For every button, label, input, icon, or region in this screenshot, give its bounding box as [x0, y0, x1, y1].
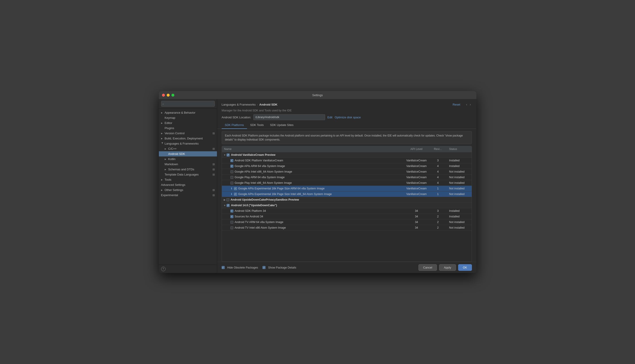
- sidebar-item-plugins[interactable]: Plugins: [159, 126, 217, 131]
- show-package-checkbox[interactable]: [262, 266, 265, 269]
- row-checkbox[interactable]: [234, 193, 237, 196]
- row-status: Not installed: [447, 186, 472, 192]
- search-input[interactable]: [161, 101, 215, 107]
- sidebar-item-markdown[interactable]: Markdown ▤: [159, 162, 217, 167]
- sidebar-item-experimental[interactable]: Experimental ▤: [159, 192, 217, 198]
- sidebar-item-other[interactable]: ▶ Other Settings ▤: [159, 188, 217, 192]
- col-status: Status: [447, 146, 472, 152]
- sdk-table-wrapper: Name API Level Revi... Status: [222, 146, 472, 262]
- sidebar-item-version-control[interactable]: ▶ Version Control ▤: [159, 131, 217, 136]
- table-row: Google APIs Intel x86_64 Atom System Ima…: [222, 169, 472, 174]
- row-checkbox[interactable]: [230, 165, 233, 168]
- sdk-location-input[interactable]: [253, 114, 325, 120]
- row-status: [447, 202, 472, 208]
- row-name-cell: Android TV ARM 64 v8a System Image: [222, 220, 404, 225]
- edit-button[interactable]: Edit: [327, 116, 332, 119]
- settings-icon: ▤: [212, 168, 215, 171]
- sidebar-item-editor[interactable]: ▶ Editor: [159, 120, 217, 126]
- sidebar-item-kotlin[interactable]: ▶ Kotlin: [159, 156, 217, 162]
- row-checkbox[interactable]: [230, 176, 233, 179]
- sidebar-item-label: Languages & Frameworks: [165, 142, 199, 145]
- row-api: VanillaIceCream: [404, 186, 429, 192]
- row-api: [404, 152, 429, 158]
- table-row: Google Play Intel x86_64 Atom System Ima…: [222, 180, 472, 186]
- breadcrumb-separator: ›: [257, 103, 258, 106]
- expand-icon[interactable]: ▼: [224, 204, 226, 207]
- sidebar-item-appearance[interactable]: ▶ Appearance & Behavior: [159, 110, 217, 115]
- tab-sdk-update-sites[interactable]: SDK Update Sites: [267, 122, 297, 129]
- table-row: Android TV Intel x86 Atom System Image 3…: [222, 225, 472, 231]
- row-label: Google Play ARM 64 v8a System Image: [235, 176, 285, 179]
- window-title: Settings: [312, 94, 323, 97]
- sidebar-item-label: Template Data Languages: [165, 173, 199, 176]
- sidebar-item-android-sdk[interactable]: Android SDK: [159, 151, 217, 156]
- row-label: Android SDK Platform 34: [235, 209, 266, 212]
- row-status: Not installed: [447, 169, 472, 174]
- row-checkbox[interactable]: [226, 198, 229, 201]
- sdk-location-row: Android SDK Location: Edit Optimize disk…: [217, 113, 476, 122]
- row-checkbox[interactable]: [230, 159, 233, 162]
- arrow-icon: ▶: [161, 142, 164, 145]
- row-status: [447, 152, 472, 158]
- row-checkbox[interactable]: [227, 154, 229, 156]
- row-label: Android UpsideDownCakePrivacySandbox Pre…: [231, 198, 299, 201]
- row-status: Not installed: [447, 220, 472, 225]
- minimize-button[interactable]: [167, 94, 170, 96]
- expand-icon[interactable]: ▼: [224, 154, 226, 156]
- checkbox-options: Hide Obsolete Packages Show Package Deta…: [222, 266, 296, 269]
- sidebar-item-label: C/C++: [168, 147, 177, 150]
- sidebar-item-label: Appearance & Behavior: [165, 111, 195, 114]
- sidebar-item-tools[interactable]: ▶ Tools: [159, 177, 217, 182]
- row-checkbox[interactable]: [230, 221, 233, 224]
- forward-button[interactable]: ›: [469, 102, 472, 107]
- hide-obsolete-checkbox[interactable]: [222, 266, 225, 269]
- reset-button[interactable]: Reset: [453, 103, 460, 106]
- sidebar-item-template[interactable]: Template Data Languages ▤: [159, 172, 217, 177]
- row-rev: 2: [429, 214, 447, 220]
- row-checkbox[interactable]: [230, 182, 233, 184]
- row-name-cell: ⬇ Google APIs Experimental 16k Page Size…: [222, 192, 404, 197]
- row-api: 34: [404, 225, 429, 231]
- row-rev: [429, 152, 447, 158]
- row-status: Installed: [447, 214, 472, 220]
- panel-description: Manager for the Android SDK and Tools us…: [217, 107, 476, 113]
- close-button[interactable]: [162, 94, 165, 96]
- sidebar-item-advanced[interactable]: Advanced Settings: [159, 182, 217, 188]
- table-row: Google Play ARM 64 v8a System Image Vani…: [222, 174, 472, 180]
- sidebar-item-languages[interactable]: ▶ Languages & Frameworks: [159, 141, 217, 146]
- tab-sdk-platforms[interactable]: SDK Platforms: [222, 122, 247, 129]
- maximize-button[interactable]: [171, 94, 174, 96]
- expand-icon[interactable]: ▶: [224, 198, 225, 201]
- sidebar-item-cpp[interactable]: ▶ C/C++ ▤: [159, 146, 217, 151]
- apply-button[interactable]: Apply: [439, 264, 456, 271]
- row-checkbox[interactable]: [227, 204, 229, 207]
- row-label: Android TV ARM 64 v8a System Image: [235, 220, 283, 224]
- sidebar-item-label: Editor: [165, 121, 172, 124]
- row-checkbox[interactable]: [230, 210, 233, 212]
- row-checkbox[interactable]: [230, 215, 233, 218]
- cancel-button[interactable]: Cancel: [419, 264, 437, 271]
- row-label: Google APIs Intel x86_64 Atom System Ima…: [235, 170, 292, 173]
- breadcrumb-parent: Languages & Frameworks: [222, 103, 256, 106]
- ok-button[interactable]: OK: [458, 264, 472, 271]
- arrow-icon: ▶: [161, 138, 164, 140]
- back-button[interactable]: ‹: [465, 102, 468, 107]
- row-name-cell: Android SDK Platform 34: [222, 208, 404, 214]
- sidebar-item-build[interactable]: ▶ Build, Execution, Deployment: [159, 136, 217, 141]
- row-checkbox[interactable]: [230, 226, 233, 229]
- arrow-icon: ▶: [161, 132, 164, 134]
- table-row: Sources for Android 34 34 2 Installed: [222, 214, 472, 220]
- tab-sdk-tools[interactable]: SDK Tools: [247, 122, 267, 129]
- row-label: Google APIs Experimental 16k Page Size A…: [238, 187, 325, 190]
- row-checkbox[interactable]: [230, 170, 233, 173]
- table-header: Name API Level Revi... Status: [222, 146, 472, 152]
- sidebar-item-keymap[interactable]: Keymap: [159, 115, 217, 120]
- optimize-button[interactable]: Optimize disk space: [335, 116, 361, 119]
- help-button[interactable]: ?: [161, 267, 166, 271]
- row-label: Android VanillaIceCream Preview: [231, 153, 275, 156]
- row-checkbox[interactable]: [234, 187, 237, 190]
- sidebar-item-schemas[interactable]: ▶ Schemas and DTDs ▤: [159, 167, 217, 172]
- settings-window: Settings ⌕ ▶ Appearance & Behavior Keyma…: [159, 91, 476, 273]
- settings-icon: ▤: [212, 163, 215, 166]
- col-api: API Level: [404, 146, 429, 152]
